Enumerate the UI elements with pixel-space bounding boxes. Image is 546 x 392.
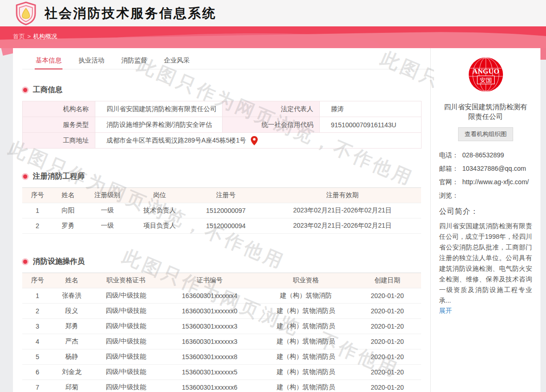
email-row: 邮箱： 1034327886@qq.com — [439, 164, 532, 174]
section-title-engineers: 注册消防工程师 — [22, 172, 430, 181]
col-header: 姓名 — [53, 273, 91, 288]
table-row: 1 张春洪 四级/中级技能 163600301xxxxxx4 建（构）筑物消防 … — [22, 288, 421, 304]
site-title: 社会消防技术服务信息系统 — [44, 5, 217, 22]
legal-rep-value: 滕涛 — [320, 101, 422, 117]
table-row: 1 向阳 一级 技术负责人 15120000097 2023年02月21日-20… — [22, 203, 421, 218]
breadcrumb-home-link[interactable]: 首页 — [13, 33, 25, 40]
org-name-label: 机构名称 — [23, 101, 95, 117]
table-row: 5 杨静 四级/中级技能 153600301xxxxxx8 建（构）筑物消防员 … — [22, 349, 421, 365]
col-header: 序号 — [22, 188, 53, 203]
sidebar: ANGUO 安国 四川省安国建筑消防检测有限责任公司 查看机构组织图 电话： 0… — [430, 48, 540, 392]
contact-info: 电话： 028-86532899 邮箱： 1034327886@qq.com 官… — [439, 150, 532, 200]
tab-fire-supervision[interactable]: 消防监督 — [120, 52, 148, 69]
address-label: 工商地址 — [23, 133, 95, 149]
table-header-row: 序号 姓名 职业资格证书 证书编号 职业资格 创建日期 — [22, 273, 421, 288]
email-label: 邮箱： — [439, 164, 462, 174]
table-row: 服务类型 消防设施维护保养检测/消防安全评估 统一社会信用代码 91510000… — [23, 117, 422, 133]
table-row: 2 罗勇 一级 项目负责人 15120000094 2023年02月21日-20… — [22, 218, 421, 234]
address-value: 成都市金牛区羊西线蜀汉路289号A座45栋5楼1号 — [106, 137, 246, 145]
red-dot-icon — [23, 88, 27, 92]
table-row: 4 严杰 四级/中级技能 163600301xxxxxx3 建（构）筑物消防员 … — [22, 334, 421, 349]
phone-label: 电话： — [439, 150, 462, 160]
tab-bar: 基本信息 执业活动 消防监督 企业风采 — [22, 52, 430, 69]
views-label: 浏览： — [439, 191, 462, 200]
table-row: 工商地址 成都市金牛区羊西线蜀汉路289号A座45栋5楼1号 — [23, 133, 422, 149]
website-label: 官网： — [439, 177, 462, 187]
table-header-row: 序号 姓名 注册级别 岗位 注册号 注册有效期 — [22, 188, 421, 203]
col-header: 岗位 — [131, 188, 188, 203]
col-header: 姓名 — [53, 188, 83, 203]
company-intro-text: 四川省安国建筑消防检测有限责任公司，成立于1998年，经四川省公安消防总队批准，… — [439, 221, 532, 306]
red-dot-icon — [23, 260, 27, 264]
section-title-operators: 消防设施操作员 — [22, 257, 430, 267]
main-column: 基本信息 执业活动 消防监督 企业风采 工商信息 机构名称 四川省安国建筑消防检… — [13, 48, 430, 392]
table-row: 6 刘金龙 四级/中级技能 153600301xxxxxx5 建（构）筑物消防员… — [22, 365, 421, 380]
sidebar-company-name: 四川省安国建筑消防检测有限责任公司 — [442, 102, 530, 121]
email-value: 1034327886@qq.com — [462, 164, 532, 174]
section-title-business-info: 工商信息 — [22, 85, 430, 95]
breadcrumb: 首页>机构概况 — [13, 32, 57, 41]
phone-value: 028-86532899 — [462, 150, 532, 160]
views-value — [462, 191, 532, 200]
credit-code-value: 91510000709161143U — [320, 117, 422, 133]
col-header: 序号 — [22, 273, 53, 288]
org-name-value: 四川省安国建筑消防检测有限责任公司 — [95, 101, 223, 117]
top-header: 社会消防技术服务信息系统 — [0, 0, 546, 26]
credit-code-label: 统一社会信用代码 — [223, 117, 320, 133]
view-org-chart-button[interactable]: 查看机构组织图 — [458, 127, 513, 141]
col-header: 注册有效期 — [264, 188, 421, 203]
company-intro-title: 公司简介： — [439, 207, 532, 217]
website-row: 官网： http://www.ag-xfjc.com/ — [439, 177, 532, 187]
service-type-label: 服务类型 — [23, 117, 95, 133]
table-row: 3 郑勇 四级/中级技能 153600301xxxxxx3 建（构）筑物消防员 … — [22, 319, 421, 334]
col-header: 创建日期 — [354, 273, 421, 288]
tab-basic-info[interactable]: 基本信息 — [35, 52, 62, 69]
company-logo-anguo: ANGUO 安国 — [468, 56, 504, 93]
business-info-table: 机构名称 四川省安国建筑消防检测有限责任公司 法定代表人 滕涛 服务类型 消防设… — [22, 101, 422, 149]
engineers-table: 序号 姓名 注册级别 岗位 注册号 注册有效期 1 向阳 一级 技术负责人 15… — [22, 187, 421, 234]
banner: 首页>机构概况 — [0, 26, 546, 48]
breadcrumb-current: 机构概况 — [33, 33, 57, 40]
operators-table: 序号 姓名 职业资格证书 证书编号 职业资格 创建日期 1 张春洪 四级/中级技… — [22, 273, 421, 392]
expand-link[interactable]: 展开 — [439, 307, 452, 315]
col-header: 职业资格 — [258, 273, 354, 288]
col-header: 注册级别 — [83, 188, 131, 203]
table-row: 7 邱菊 四级/中级技能 153600301xxxxxx6 建（构）筑物消防员 … — [22, 380, 421, 392]
col-header: 职业资格证书 — [91, 273, 161, 288]
address-cell: 成都市金牛区羊西线蜀汉路289号A座45栋5楼1号 — [95, 133, 422, 149]
svg-text:安国: 安国 — [479, 77, 491, 84]
service-type-value: 消防设施维护保养检测/消防安全评估 — [95, 117, 223, 133]
map-pin-icon[interactable] — [251, 136, 258, 145]
content-card: 基本信息 执业活动 消防监督 企业风采 工商信息 机构名称 四川省安国建筑消防检… — [13, 48, 540, 392]
views-row: 浏览： — [439, 191, 532, 200]
website-link[interactable]: http://www.ag-xfjc.com/ — [462, 177, 532, 187]
col-header: 注册号 — [188, 188, 264, 203]
shield-logo-icon — [15, 1, 37, 27]
table-row: 机构名称 四川省安国建筑消防检测有限责任公司 法定代表人 滕涛 — [23, 101, 422, 117]
tab-company-showcase[interactable]: 企业风采 — [163, 52, 191, 69]
red-dot-icon — [23, 174, 27, 179]
phone-row: 电话： 028-86532899 — [439, 150, 532, 160]
tab-practice-activity[interactable]: 执业活动 — [77, 52, 105, 69]
col-header: 证书编号 — [161, 273, 258, 288]
legal-rep-label: 法定代表人 — [223, 101, 320, 117]
table-row: 2 段义 四级/中级技能 163600301xxxxxx0 建（构）筑物消防员 … — [22, 304, 421, 319]
breadcrumb-separator: > — [27, 33, 31, 40]
svg-text:ANGUO: ANGUO — [472, 67, 499, 75]
